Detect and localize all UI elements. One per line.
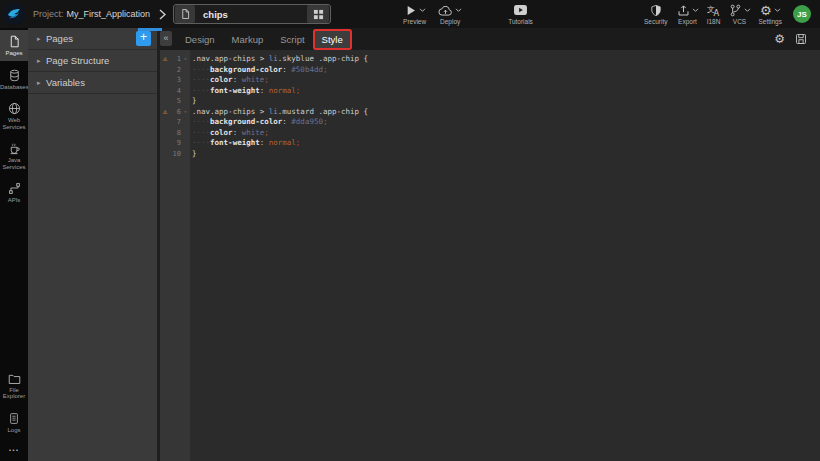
chevron-down-icon [774,8,781,13]
line-number: 2 [170,65,181,76]
code-text: ····font-weight: normal; [190,138,300,149]
code-text: ····color: white; [190,128,269,139]
vcs-button[interactable]: VCS [729,3,751,25]
editor-tab-list: DesignMarkupScriptStyle [178,31,353,48]
panel-section-pages[interactable]: ▸ Pages + [28,28,157,50]
code-text: } [190,96,197,107]
save-button[interactable] [795,33,807,45]
breadcrumb-chevron-icon [159,9,166,20]
deploy-label: Deploy [440,18,460,25]
tab-design[interactable]: Design [178,31,222,48]
line-number: 10 [170,149,181,160]
i18n-label: I18N [707,18,721,25]
tab-style[interactable]: Style [315,31,350,48]
topbar: Project: My_First_Application chips Prev… [0,0,820,28]
active-tab-indicator [138,28,162,31]
code-line: 2····background-color: #50b4dd; [160,65,820,76]
warning-icon: ⚠ [160,107,170,118]
security-button[interactable]: Security [644,3,667,25]
chevron-down-icon [419,8,426,13]
preview-button[interactable]: Preview [403,3,426,25]
line-number: 6 [170,107,181,118]
line-number: 7 [170,117,181,128]
export-icon [677,4,690,17]
code-line: ⚠6-.nav.app-chips > li.mustard .app-chip… [160,107,820,118]
caret-right-icon[interactable]: ▸ [37,57,46,65]
tutorials-button[interactable]: Tutorials [508,3,533,25]
rail-item-web-services[interactable]: Web Services [0,97,28,134]
chevron-down-icon [744,8,751,13]
tab-markup[interactable]: Markup [225,31,271,48]
add-page-button[interactable]: + [136,31,151,46]
export-button[interactable]: Export [677,3,699,25]
i18n-button[interactable]: 文A I18N [707,3,721,25]
left-rail: Pages Databases Web Services Java Servic… [0,28,28,461]
rail-item-databases[interactable]: Databases [0,64,28,95]
export-label: Export [678,18,697,25]
rail-label: Logs [0,427,28,434]
logs-document-icon [8,412,20,425]
style-settings-gear-icon[interactable]: ⚙ [774,33,785,46]
rail-item-file-explorer[interactable]: File Explorer [0,368,28,404]
code-line: 4····font-weight: normal; [160,86,820,97]
database-icon [8,69,21,82]
breadcrumb[interactable]: Project: My_First_Application [33,9,150,19]
rail-item-pages[interactable]: Pages [0,30,28,61]
css-code-editor[interactable]: ⚠1-.nav.app-chips > li.skyblue .app-chip… [160,50,820,461]
fold-marker[interactable]: - [181,54,190,65]
code-line: 3····color: white; [160,75,820,86]
rail-bottom-group: File Explorer Logs ... [0,368,28,461]
body-row: Pages Databases Web Services Java Servic… [0,28,820,461]
tab-script[interactable]: Script [273,31,311,48]
code-text: .nav.app-chips > li.skyblue .app-chip { [190,54,368,65]
editor-tabbar: « DesignMarkupScriptStyle ⚙ [160,28,820,50]
fold-marker[interactable]: - [181,107,190,118]
globe-icon [8,102,21,115]
warning-icon: ⚠ [160,54,170,65]
caret-right-icon[interactable]: ▸ [37,79,46,87]
line-number: 9 [170,138,181,149]
rail-item-apis[interactable]: APIs [0,177,28,208]
code-text: ····background-color: #50b4dd; [190,65,327,76]
code-line: 9····font-weight: normal; [160,138,820,149]
code-line: 5} [160,96,820,107]
settings-button[interactable]: ⚙ Settings [759,3,783,25]
rail-label: APIs [0,197,28,204]
page-tab-label: chips [195,9,307,20]
tabbar-right-actions: ⚙ [774,33,807,46]
chevron-down-icon [692,8,699,13]
project-name[interactable]: My_First_Application [67,9,151,19]
page-tab-chips[interactable]: chips [173,4,331,24]
rail-label: File Explorer [0,387,28,400]
page-file-icon [175,5,195,23]
rail-label: Java Services [0,157,28,170]
wavemaker-logo-icon[interactable] [3,3,25,25]
rail-item-logs[interactable]: Logs [0,407,28,438]
line-number: 4 [170,86,181,97]
more-options-icon[interactable]: ... [0,437,28,461]
code-line: 10} [160,149,820,160]
project-label: Project: [33,9,64,19]
branch-icon [729,4,742,17]
grid-view-icon[interactable] [307,5,329,23]
line-number: 8 [170,128,181,139]
user-avatar[interactable]: JS [793,5,811,23]
line-number: 3 [170,75,181,86]
rail-label: Web Services [0,117,28,130]
code-lines: ⚠1-.nav.app-chips > li.skyblue .app-chip… [160,54,820,159]
panel-section-page-structure[interactable]: ▸ Page Structure [28,50,157,72]
security-label: Security [644,18,667,25]
panel-section-label: Page Structure [46,55,109,66]
pages-icon [8,35,21,48]
code-text: } [190,149,197,160]
workspace: « DesignMarkupScriptStyle ⚙ ⚠1-.nav.app-… [160,28,820,461]
translate-icon: 文A [707,4,721,17]
panel-section-variables[interactable]: ▸ Variables [28,72,157,94]
gear-icon: ⚙ [760,4,772,17]
deploy-button[interactable]: Deploy [438,3,462,25]
rail-item-java-services[interactable]: Java Services [0,137,28,174]
video-tutorial-icon [513,4,528,16]
collapse-panel-icon[interactable]: « [160,31,172,46]
caret-right-icon[interactable]: ▸ [37,35,46,43]
cloud-upload-icon [438,4,453,17]
